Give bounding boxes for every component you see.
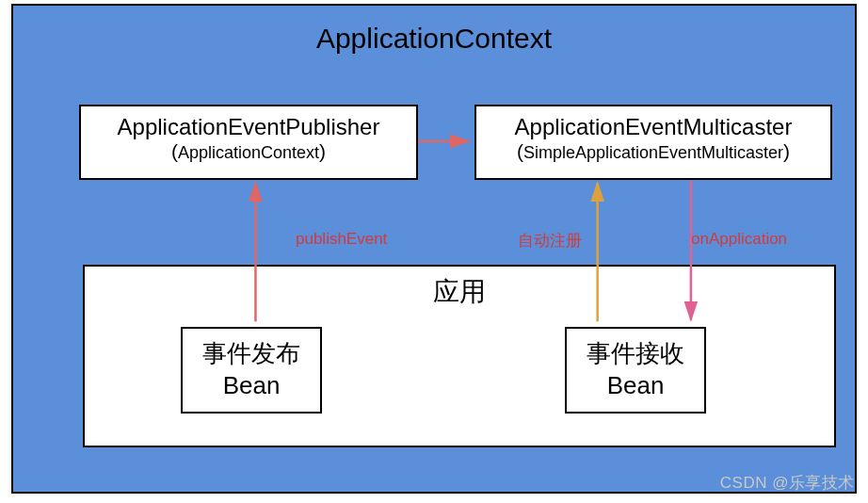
recv-bean-line2: Bean (567, 370, 704, 402)
app-container: 应用 事件发布 Bean 事件接收 Bean (83, 265, 836, 447)
auto-register-label: 自动注册 (518, 230, 582, 252)
diagram-title: ApplicationContext (13, 23, 855, 55)
application-context-container: ApplicationContext ApplicationEventPubli… (11, 4, 857, 494)
multicaster-impl: (SimpleApplicationEventMulticaster) (476, 140, 830, 163)
multicaster-box: ApplicationEventMulticaster (SimpleAppli… (474, 105, 832, 180)
publisher-name: ApplicationEventPublisher (81, 114, 416, 140)
publisher-box: ApplicationEventPublisher (ApplicationCo… (79, 105, 418, 180)
publisher-impl: (ApplicationContext) (81, 140, 416, 163)
pub-bean-line2: Bean (183, 370, 320, 402)
recv-bean-line1: 事件接收 (567, 338, 704, 370)
watermark: CSDN @乐享技术 (720, 472, 855, 494)
on-application-label: onApplication (691, 230, 787, 249)
publish-event-label: publishEvent (296, 230, 387, 249)
publish-bean-box: 事件发布 Bean (181, 327, 322, 414)
app-title: 应用 (85, 274, 834, 310)
pub-bean-line1: 事件发布 (183, 338, 320, 370)
receive-bean-box: 事件接收 Bean (565, 327, 706, 414)
multicaster-name: ApplicationEventMulticaster (476, 114, 830, 140)
